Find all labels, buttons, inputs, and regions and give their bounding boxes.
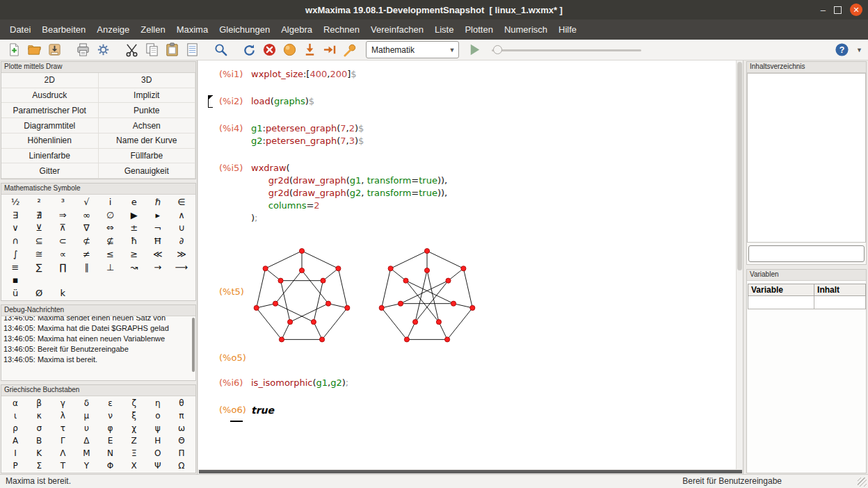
restart-maxima-icon[interactable] [240,41,259,59]
vertical-scrollbar[interactable] [736,60,743,469]
menu-item[interactable]: Algebra [275,21,318,38]
greek-letter-cell[interactable]: κ [27,409,51,422]
greek-letter-cell[interactable]: σ [27,422,51,434]
symbol-cell[interactable]: ⇔ [99,222,122,235]
greek-letter-cell[interactable]: ω [170,422,193,434]
symbol-cell[interactable]: ≤ [99,247,122,261]
greek-letter-cell[interactable]: π [170,409,193,422]
greek-letter-cell[interactable]: Ξ [122,447,146,459]
code-input[interactable]: wxdraw( gr2d(draw_graph(g1, transform=tr… [251,162,447,225]
greek-letter-cell[interactable]: P [3,459,27,472]
slider-thumb[interactable] [493,45,502,54]
symbol-cell[interactable]: → [146,261,170,274]
greek-letter-cell[interactable]: Z [122,434,146,447]
greek-letter-cell[interactable]: λ [51,409,74,422]
draw-button[interactable]: Diagrammtitel [1,118,99,133]
menu-item[interactable]: Plotten [459,21,498,38]
resize-grip[interactable] [858,478,867,487]
menu-item[interactable]: Datei [4,21,36,38]
greek-letter-cell[interactable]: M [74,447,98,459]
draw-button[interactable]: 2D [1,73,99,88]
symbol-cell[interactable]: ∃ [3,209,27,222]
draw-button[interactable]: Genauigkeit [99,163,196,179]
greek-letter-cell[interactable]: ζ [122,397,146,409]
greek-letter-cell[interactable]: I [3,447,27,459]
symbol-cell[interactable]: ▪ [3,274,27,287]
draw-button[interactable]: Implizit [99,88,196,104]
greek-letter-cell[interactable]: δ [74,397,98,409]
close-icon[interactable]: ✕ [850,3,862,16]
symbol-cell[interactable]: ¬ [146,222,170,235]
symbol-cell[interactable]: ∩ [3,234,27,247]
symbol-cell[interactable]: ∞ [74,209,98,222]
toc-filter-input[interactable] [748,245,865,262]
code-input[interactable]: g1:petersen_graph(7,2)$g2:petersen_graph… [251,122,364,147]
draw-button[interactable]: 3D [99,73,196,88]
symbol-cell[interactable]: ⊄ [74,234,98,247]
menu-item[interactable]: Anzeige [91,21,135,38]
greek-letter-cell[interactable]: O [146,447,170,459]
hide-code-icon[interactable] [341,41,360,59]
greek-letter-cell[interactable]: α [3,397,27,409]
greek-letter-cell[interactable]: Ψ [146,459,170,472]
toolbar-overflow-icon[interactable]: ▼ [856,47,864,54]
draw-button[interactable]: Füllfarbe [99,149,196,164]
symbol-cell[interactable]: ħ [122,234,146,247]
symbol-cell[interactable]: ∪ [170,222,193,235]
symbol-cell[interactable]: ≫ [170,247,193,261]
code-input[interactable]: wxplot_size:[400,200]$ [251,68,357,81]
greek-letter-cell[interactable]: A [3,434,27,447]
symbol-cell[interactable]: ü [3,286,27,300]
greek-letter-cell[interactable]: ρ [3,422,27,434]
symbol-cell[interactable]: ⟶ [170,261,193,274]
greek-letter-cell[interactable]: Θ [170,434,193,447]
symbol-cell[interactable]: ∄ [27,209,51,222]
worksheet-area[interactable]: (%i1)wxplot_size:[400,200]$(%i2)load(gra… [198,60,736,469]
evaluate-till-here-icon[interactable] [300,41,319,59]
symbol-cell[interactable]: ▸ [146,209,170,222]
menu-item[interactable]: Zellen [135,21,170,38]
new-document-icon[interactable] [5,41,24,59]
menu-item[interactable]: Hilfe [553,21,582,38]
greek-letter-cell[interactable]: Φ [99,459,122,472]
menu-item[interactable]: Liste [429,21,459,38]
symbol-cell[interactable]: ≅ [27,247,51,261]
menu-item[interactable]: Gleichungen [214,21,275,38]
greek-letter-cell[interactable]: ξ [122,409,146,422]
greek-letter-cell[interactable]: Ω [170,459,193,472]
select-all-icon[interactable] [183,41,202,59]
symbol-cell[interactable]: ∅ [99,209,122,222]
symbol-cell[interactable]: ∧ [170,209,193,222]
greek-letter-cell[interactable]: ι [3,409,27,422]
symbol-cell[interactable]: ↝ [122,261,146,274]
follow-icon[interactable] [280,41,299,59]
greek-letter-cell[interactable]: X [122,459,146,472]
save-icon[interactable] [45,41,64,59]
symbol-cell[interactable]: ⇒ [51,209,74,222]
copy-icon[interactable] [143,41,161,59]
greek-letter-cell[interactable]: H [146,434,170,447]
greek-letter-cell[interactable]: E [99,434,122,447]
menu-item[interactable]: Maxima [171,21,214,38]
vertical-scrollbar-thumb[interactable] [737,62,742,270]
help-icon[interactable]: ? [833,41,851,59]
greek-letter-cell[interactable]: Γ [51,434,74,447]
minimize-icon[interactable]: – [821,6,826,15]
symbol-cell[interactable]: ⊂ [51,234,74,247]
maximize-icon[interactable] [834,6,842,14]
greek-letter-cell[interactable]: χ [122,422,146,434]
symbol-cell[interactable]: ≠ [74,247,98,261]
paste-icon[interactable] [163,41,182,59]
animation-slider[interactable] [492,41,641,59]
menu-item[interactable]: Numerisch [499,21,553,38]
greek-letter-cell[interactable]: N [99,447,122,459]
symbol-cell[interactable]: Ø [27,286,51,300]
greek-letter-cell[interactable]: γ [51,397,74,409]
print-icon[interactable] [74,41,93,59]
symbol-cell[interactable]: k [51,286,74,300]
open-icon[interactable] [25,41,44,59]
greek-letter-cell[interactable]: φ [99,422,122,434]
symbol-cell[interactable]: ∈ [170,195,193,209]
symbol-cell[interactable]: ∏ [51,261,74,274]
symbol-cell[interactable]: i [99,195,122,209]
